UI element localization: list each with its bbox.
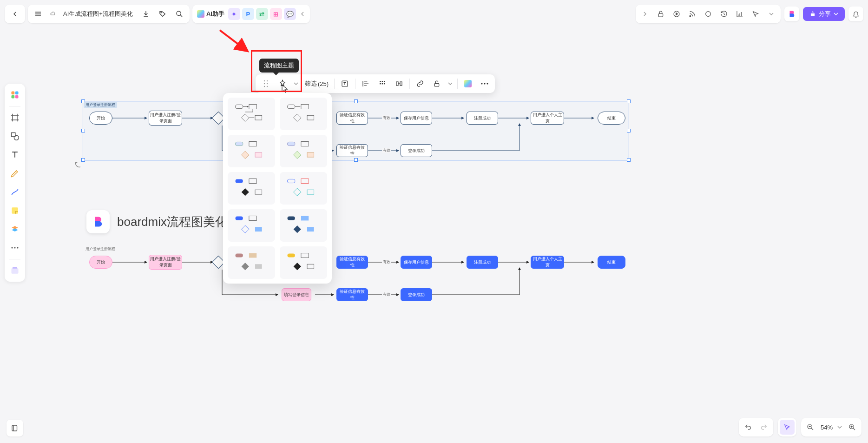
templates-button[interactable] xyxy=(7,86,23,103)
flow1-edge-valid1: 有效 xyxy=(382,115,391,120)
flow1-node-validate1[interactable]: 验证信息有效性 xyxy=(336,112,368,125)
undo-button[interactable] xyxy=(741,420,756,435)
app-shortcut-grid[interactable]: ⊞ xyxy=(270,8,282,20)
more-tools-button[interactable] xyxy=(7,239,23,256)
link-button[interactable] xyxy=(413,76,427,91)
history-button[interactable] xyxy=(717,7,731,21)
svg-rect-61 xyxy=(255,264,262,269)
search-button[interactable] xyxy=(172,7,187,21)
svg-rect-54 xyxy=(249,216,256,221)
boardmix-logo-button[interactable] xyxy=(784,7,799,21)
flow2-node-start[interactable]: 开始 xyxy=(89,256,112,269)
flow2-node-end[interactable]: 结束 xyxy=(598,256,625,269)
pages-button[interactable] xyxy=(7,420,23,436)
theme-dropdown-chevron[interactable] xyxy=(292,76,300,91)
svg-rect-63 xyxy=(301,253,309,258)
download-button[interactable] xyxy=(138,7,153,21)
align-button[interactable] xyxy=(358,76,373,91)
flow1-node-save[interactable]: 保存用户信息 xyxy=(401,112,432,125)
lock-button[interactable] xyxy=(429,76,444,91)
theme-option-1[interactable] xyxy=(228,98,275,130)
flow2-node-home[interactable]: 用户进入个人主页 xyxy=(531,256,564,269)
theme-option-6[interactable] xyxy=(280,172,327,205)
flow1-node-enter[interactable]: 用户进入注册/登录页面 xyxy=(149,111,182,126)
theme-option-5[interactable] xyxy=(228,172,275,205)
svg-point-65 xyxy=(161,13,161,13)
flow2-node-save[interactable]: 保存用户信息 xyxy=(401,256,432,269)
flow1-node-validate2[interactable]: 验证信息有效性 xyxy=(336,144,368,157)
cursor-tool-button[interactable] xyxy=(748,7,763,21)
connector-button[interactable] xyxy=(7,184,23,200)
app-shortcut-1[interactable]: ✦ xyxy=(228,8,240,20)
app-shortcut-share[interactable]: ⇄ xyxy=(256,8,268,20)
theme-option-7[interactable] xyxy=(228,209,275,242)
theme-option-3[interactable] xyxy=(228,135,275,167)
play-button[interactable] xyxy=(669,7,684,21)
flow2-node-regok[interactable]: 注册成功 xyxy=(467,256,498,269)
flow1-node-decision[interactable] xyxy=(214,113,223,123)
broadcast-button[interactable] xyxy=(685,7,700,21)
svg-point-32 xyxy=(484,83,486,84)
flow2-node-validate2[interactable]: 验证信息有效性 xyxy=(336,288,368,301)
document-title[interactable]: AI生成流程图+流程图美化 xyxy=(59,10,137,18)
flow2-node-fill[interactable]: 填写登录信息 xyxy=(282,288,311,301)
distribute-button[interactable] xyxy=(375,76,390,91)
chart-button[interactable] xyxy=(732,7,747,21)
flow1-node-regok[interactable]: 注册成功 xyxy=(467,112,498,125)
theme-option-2[interactable] xyxy=(280,98,327,130)
collapse-button[interactable] xyxy=(298,7,307,21)
ai-logo-icon xyxy=(197,10,204,18)
flow1-node-loginok[interactable]: 登录成功 xyxy=(401,144,432,157)
more-button[interactable] xyxy=(477,76,492,91)
canvas-title[interactable]: boardmix流程图美化 xyxy=(86,210,227,233)
pointer-mode-button[interactable] xyxy=(780,420,795,435)
drag-handle-icon[interactable] xyxy=(258,76,273,91)
rotate-handle-icon[interactable] xyxy=(74,161,82,168)
zoom-chevron[interactable] xyxy=(835,420,844,435)
canvas[interactable]: 用户登录注册流程 开始 用户进入注册/登录页面 验证信息有效性 有效 保存用户信… xyxy=(0,0,868,443)
app-shortcut-chat[interactable]: 💬 xyxy=(284,8,296,20)
theme-option-10[interactable] xyxy=(280,246,327,279)
ai-toolbar-button[interactable] xyxy=(460,76,475,91)
tag-button[interactable] xyxy=(155,7,170,21)
flow1-node-home[interactable]: 用户进入个人主页 xyxy=(531,112,564,125)
text-tool-button[interactable] xyxy=(7,146,23,163)
frame-button[interactable] xyxy=(7,109,23,126)
spacing-button[interactable] xyxy=(392,76,407,91)
zoom-in-button[interactable] xyxy=(845,420,860,435)
theme-option-9[interactable] xyxy=(228,246,275,279)
flow1-node-end[interactable]: 结束 xyxy=(598,112,625,125)
svg-rect-36 xyxy=(249,105,256,109)
library-button[interactable] xyxy=(7,262,23,279)
theme-option-8[interactable] xyxy=(280,209,327,242)
notifications-button[interactable] xyxy=(848,7,863,21)
filter-button[interactable]: 筛选 (25) xyxy=(302,76,331,91)
zoom-level[interactable]: 54% xyxy=(819,424,835,431)
flow2-node-decision[interactable] xyxy=(214,258,223,267)
sticky-button[interactable] xyxy=(7,202,23,219)
flow2-node-validate1[interactable]: 验证信息有效性 xyxy=(336,256,368,269)
share-button[interactable]: 分享 xyxy=(803,7,845,21)
cloud-icon xyxy=(47,7,58,21)
lock-chevron[interactable] xyxy=(446,76,454,91)
circle-button[interactable] xyxy=(701,7,716,21)
pen-button[interactable] xyxy=(7,165,23,182)
redo-button[interactable] xyxy=(756,420,771,435)
app-shortcut-p[interactable]: P xyxy=(242,8,254,20)
menu-button[interactable] xyxy=(31,7,46,21)
flow2-node-loginok[interactable]: 登录成功 xyxy=(401,288,432,301)
flow1-node-start[interactable]: 开始 xyxy=(89,112,112,125)
svg-rect-53 xyxy=(236,216,243,220)
svg-rect-46 xyxy=(307,152,314,157)
flow2-node-enter[interactable]: 用户进入注册/登录页面 xyxy=(149,255,182,270)
theme-option-4[interactable] xyxy=(280,135,327,167)
text-button[interactable] xyxy=(337,76,352,91)
back-button[interactable] xyxy=(7,7,22,21)
widgets-button[interactable] xyxy=(7,221,23,238)
ai-assist-button[interactable]: AI助手 xyxy=(195,10,226,18)
shapes-button[interactable] xyxy=(7,128,23,145)
zoom-out-button[interactable] xyxy=(803,420,818,435)
expand-apps-button[interactable] xyxy=(638,7,652,21)
lock-toolbar-button[interactable] xyxy=(653,7,668,21)
more-dropdown[interactable] xyxy=(764,7,779,21)
